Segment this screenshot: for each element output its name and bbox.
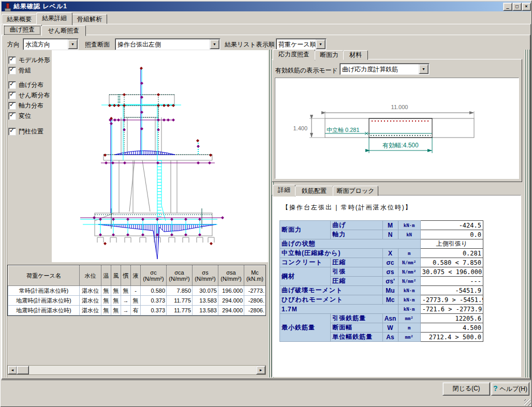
- checkbox-shear-dist[interactable]: ✓せん断分布: [8, 91, 50, 100]
- tab-detail[interactable]: 詳細: [273, 185, 295, 197]
- scrollbar-thumb[interactable]: [17, 366, 29, 374]
- check-section-label: 照査断面: [85, 40, 110, 49]
- load-table-header-row: 荷重ケース名 水位 温 風 慣 液 σc(N/mm²) σca(N/mm²) σ…: [8, 266, 266, 286]
- col-sigma-s[interactable]: σs(N/mm²): [193, 266, 218, 286]
- rebar-mode-label: 有効鉄筋の表示モード: [275, 66, 338, 75]
- checkbox-box[interactable]: ✓: [8, 128, 16, 135]
- check-icon: ✓: [9, 80, 14, 87]
- help-button[interactable]: ?ヘルプ(H): [491, 382, 529, 396]
- check-icon: ✓: [9, 111, 14, 118]
- structure-canvas: [52, 50, 268, 262]
- chevron-down-icon[interactable]: ▼: [419, 64, 428, 74]
- tab-result-detail[interactable]: 結果詳細: [36, 12, 72, 25]
- tab-stress-check[interactable]: 応力度照査: [273, 49, 315, 61]
- maximize-button[interactable]: □: [512, 3, 522, 11]
- col-sigma-ca[interactable]: σca(N/mm²): [167, 266, 193, 286]
- title-bar: 結果確認 レベル1: [2, 2, 530, 11]
- minimize-button[interactable]: _: [503, 3, 512, 11]
- checkbox-box[interactable]: ✓: [8, 81, 16, 89]
- tab-bending-check[interactable]: 曲げ照査: [3, 24, 42, 36]
- scroll-left-button[interactable]: ◄: [8, 366, 17, 374]
- chevron-down-icon[interactable]: ▼: [316, 39, 326, 49]
- detail-header: 【操作台左張出 | 常時(計画湛水位時)】: [282, 203, 412, 212]
- tab-section-force[interactable]: 断面力: [315, 50, 344, 60]
- neutral-axis-text: 中立軸 0.281: [327, 127, 360, 133]
- checkbox-axial-dist[interactable]: ✓軸力分布: [8, 101, 43, 110]
- result-order-label: 結果リスト表示順: [225, 40, 275, 49]
- checkbox-bending-dist[interactable]: ✓曲げ分布: [8, 81, 43, 89]
- app-icon: [4, 3, 11, 10]
- checkbox-model-outline[interactable]: ✓モデル外形: [8, 56, 50, 65]
- col-temp[interactable]: 温: [101, 266, 111, 286]
- check-icon: ✓: [9, 66, 14, 73]
- tab-result-summary[interactable]: 結果概要: [2, 14, 37, 25]
- window-title: 結果確認 レベル1: [13, 2, 67, 11]
- checkbox-frame[interactable]: ✓骨組: [8, 66, 31, 75]
- col-sigma-sa[interactable]: σsa(N/mm²): [218, 266, 244, 286]
- checkbox-box[interactable]: ✓: [8, 102, 16, 110]
- cross-section-view: 11.000 1.400 中立軸 0.281 有効幅:4.500: [275, 78, 519, 179]
- col-liquid[interactable]: 液: [131, 266, 141, 286]
- check-section-select[interactable]: 操作台張出左側 ▼: [115, 38, 220, 50]
- col-mc[interactable]: Mc(kN.m): [244, 266, 266, 286]
- tab-section-block[interactable]: 断面ブロック: [333, 186, 378, 196]
- chevron-down-icon[interactable]: ▼: [210, 39, 219, 49]
- col-sigma-c[interactable]: σc(N/mm²): [141, 266, 167, 286]
- chevron-down-icon[interactable]: ▼: [68, 39, 78, 49]
- load-case-table: 荷重ケース名 水位 温 風 慣 液 σc(N/mm²) σca(N/mm²) σ…: [7, 265, 266, 316]
- cross-section-diagram: 11.000 1.400 中立軸 0.281 有効幅:4.500: [275, 78, 518, 177]
- detail-table: 断面力曲げMkN·m-424.5 軸力NkN0.0 曲げの状態上側引張り 中立軸…: [279, 220, 483, 342]
- left-splitter-grip[interactable]: [2, 50, 8, 378]
- dim-height-text: 1.400: [293, 125, 307, 131]
- direction-label: 方向: [7, 40, 20, 49]
- checkbox-box[interactable]: ✓: [8, 67, 16, 74]
- help-icon: ?: [493, 384, 498, 393]
- rebar-mode-select[interactable]: 曲げ応力度計算鉄筋 ▼: [339, 63, 430, 75]
- col-water-level[interactable]: 水位: [80, 266, 101, 286]
- col-load-case[interactable]: 荷重ケース名: [8, 266, 80, 286]
- col-inertia[interactable]: 慣: [121, 266, 131, 286]
- horizontal-scrollbar[interactable]: ◄ ►: [7, 365, 266, 375]
- checkbox-box[interactable]: ✓: [8, 92, 16, 99]
- tab-material[interactable]: 材料: [343, 50, 368, 60]
- checkbox-box[interactable]: ✓: [8, 56, 16, 64]
- check-icon: ✓: [9, 101, 14, 108]
- checkbox-displacement[interactable]: ✓変位: [8, 112, 31, 120]
- col-wind[interactable]: 風: [111, 266, 121, 286]
- close-window-button[interactable]: ×: [522, 3, 531, 11]
- check-icon: ✓: [9, 127, 14, 134]
- tab-frame-analysis[interactable]: 骨組解析: [72, 14, 107, 25]
- resize-grip[interactable]: [524, 399, 531, 406]
- effective-width-text: 有効幅:4.500: [382, 142, 419, 149]
- right-splitter-grip[interactable]: [525, 50, 530, 378]
- checkbox-box[interactable]: ✓: [8, 112, 16, 120]
- dim-width-text: 11.000: [391, 104, 408, 110]
- table-row[interactable]: 地震時(計画湛水位時)湛水位無無→有0.37311.77513.583294.0…: [8, 306, 266, 315]
- tab-rebar-layout[interactable]: 鉄筋配置: [295, 186, 333, 196]
- check-icon: ✓: [9, 55, 14, 63]
- tab-shear-check[interactable]: せん断照査: [41, 25, 86, 36]
- checkbox-gate-pillar-pos[interactable]: ✓門柱位置: [8, 127, 43, 136]
- table-row[interactable]: 地震時(計画湛水位時)湛水位無無→無0.37311.77513.583294.0…: [8, 296, 266, 306]
- direction-select[interactable]: 水流方向 ▼: [23, 38, 79, 50]
- structure-diagram: [52, 50, 268, 262]
- app-window: 結果確認 レベル1 _ □ × 結果概要 結果詳細 骨組解析 曲げ照査 せん断照…: [0, 0, 532, 407]
- check-icon: ✓: [9, 91, 14, 98]
- result-order-select[interactable]: 荷重ケース順 ▼: [276, 38, 327, 50]
- close-button[interactable]: 閉じる(C): [442, 382, 490, 396]
- scroll-right-button[interactable]: ►: [256, 366, 265, 374]
- table-row[interactable]: 常時(計画湛水位時)湛水位無無無-0.5807.85030.075196.000…: [8, 286, 266, 296]
